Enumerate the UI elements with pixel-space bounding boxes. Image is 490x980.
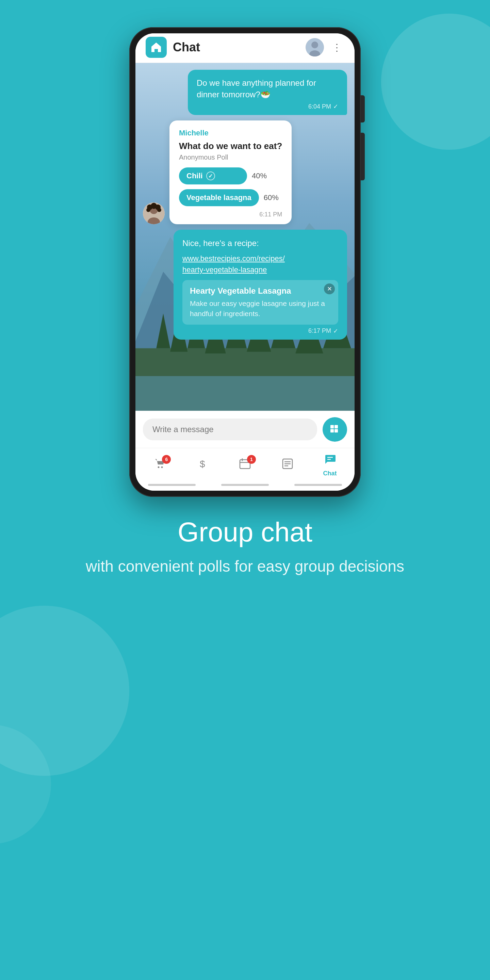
poll-message: Michelle What do we want to eat? Anonymo… [143,121,347,224]
app-title: Chat [173,40,299,54]
poll-card: Michelle What do we want to eat? Anonymo… [169,121,292,224]
recipe-card-desc: Make our easy veggie lasagne using just … [190,298,331,318]
poll-option-btn-1[interactable]: Chili ✓ [179,167,247,185]
home-icon [150,41,162,53]
shopping-badge: 6 [162,455,171,464]
phone-mockup: Chat ⋮ [129,27,361,497]
gesture-line-1 [148,484,196,486]
svg-rect-25 [334,425,338,428]
poll-option-label-2: Vegetable lasagna [186,193,251,202]
poll-type: Anonymous Poll [179,153,282,161]
recipe-message-time: 6:17 PM ✓ [182,327,338,335]
svg-point-23 [157,208,161,212]
poll-option-1[interactable]: Chili ✓ 40% [179,167,282,185]
send-icon [329,424,340,435]
bottom-nav: 6 $ [135,448,355,484]
recipe-preview-card: ✕ Hearty Vegetable Lasagna Make our easy… [182,280,338,325]
poll-sender-avatar [143,202,165,224]
chat-messages: Do we have anything planned for dinner t… [135,63,355,411]
checkmark-icon: ✓ [333,103,338,110]
gesture-line-3 [294,484,342,486]
app-logo [146,37,167,58]
dollar-svg: $ [196,458,208,470]
avatar-image [305,38,324,56]
svg-point-29 [161,466,163,468]
poll-sender-name: Michelle [179,129,282,137]
tasks-svg [282,458,294,470]
volume-button [361,133,365,180]
bg-circle-bottom-left [0,606,129,776]
user-avatar[interactable] [305,38,324,56]
calendar-icon: 1 [239,458,251,473]
poll-option-label-1: Chili [186,172,203,180]
recipe-close-button[interactable]: ✕ [324,283,335,294]
svg-text:$: $ [200,459,205,469]
poll-option-2[interactable]: Vegetable lasagna 60% [179,189,282,206]
poll-time: 6:11 PM [179,211,282,218]
money-icon: $ [196,458,208,473]
phone-screen: Chat ⋮ [135,33,355,491]
recipe-link[interactable]: www.bestrecipies.com/recipes/hearty-vege… [182,254,285,274]
svg-rect-26 [331,429,334,433]
message-text-1: Do we have anything planned for dinner t… [197,77,338,100]
power-button [361,95,365,123]
message-time-1: 6:04 PM ✓ [197,103,338,110]
send-button[interactable] [323,417,347,442]
bg-circle-bottom-left2 [0,725,51,844]
chat-nav-label: Chat [323,470,337,477]
tasks-icon [282,458,294,473]
gesture-line-2 [221,484,269,486]
nav-item-chat[interactable]: Chat [313,453,347,477]
bottom-text-section: Group chat with convenient polls for eas… [59,517,431,577]
svg-point-1 [311,41,318,48]
poll-check-icon-1: ✓ [206,172,215,180]
more-options-button[interactable]: ⋮ [330,42,344,53]
poll-pct-1: 40% [252,172,267,180]
poll-question: What do we want to eat? [179,141,282,151]
sender-avatar-image [143,202,165,224]
bottom-heading: Group chat [86,517,404,547]
recipe-card-title: Hearty Vegetable Lasagna [190,286,331,296]
nav-item-calendar[interactable]: 1 [228,458,262,473]
calendar-badge: 1 [247,455,256,464]
nav-item-shopping[interactable]: 6 [143,458,177,473]
nav-item-money[interactable]: $ [185,458,220,473]
message-input-area [135,411,355,448]
app-header: Chat ⋮ [135,33,355,63]
outgoing-message-1: Do we have anything planned for dinner t… [188,70,347,115]
chat-svg [324,453,336,465]
nav-item-tasks[interactable] [270,458,305,473]
chat-area: Do we have anything planned for dinner t… [135,63,355,411]
gesture-bar [135,484,355,491]
poll-option-btn-2[interactable]: Vegetable lasagna [179,189,259,206]
phone-frame: Chat ⋮ [129,27,361,497]
chat-nav-icon [324,453,336,468]
recipe-intro-text: Nice, here's a recipe: [182,237,338,250]
recipe-message: Nice, here's a recipe: www.bestrecipies.… [173,230,347,340]
checkmark-icon-2: ✓ [333,327,338,335]
svg-rect-27 [334,429,338,433]
svg-rect-24 [331,425,334,428]
bottom-subtext: with convenient polls for easy group dec… [86,555,404,577]
poll-pct-2: 60% [264,193,279,202]
svg-point-28 [158,466,159,468]
svg-point-22 [146,208,150,212]
shopping-cart-icon: 6 [154,458,166,473]
bg-circle-top-right [381,14,490,150]
message-input[interactable] [143,418,317,440]
